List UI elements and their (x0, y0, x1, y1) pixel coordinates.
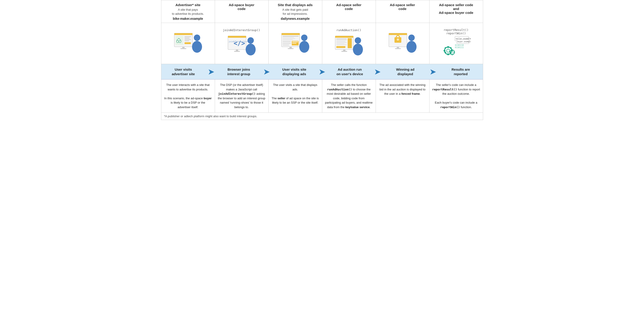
svg-rect-46 (336, 42, 347, 43)
arrow-cell-4: Ad auction runon user's device (328, 64, 372, 79)
header-cell-seller-code-1: Ad-space sellercode (322, 0, 376, 23)
buyer-code-illustration: </> joinAdInterestGroup() (227, 34, 256, 58)
header-row: Advertiser* site A site that paysto adve… (161, 0, 483, 23)
arrow-cell-1: User visitsadvertiser site (161, 64, 206, 79)
svg-rect-33 (283, 41, 291, 42)
svg-point-70 (446, 49, 450, 52)
seller-code-1-illustration (334, 34, 364, 58)
header-title-publisher: Site that displays ads (271, 3, 320, 7)
svg-rect-43 (336, 38, 347, 39)
svg-rect-51 (341, 51, 347, 52)
svg-rect-7 (184, 36, 191, 37)
svg-point-62 (406, 41, 416, 53)
arrow-between-4: ➤ (372, 64, 383, 79)
svg-rect-48 (336, 44, 347, 45)
svg-rect-31 (292, 41, 298, 42)
svg-rect-44 (336, 40, 347, 40)
diagram-container: Advertiser* site A site that paysto adve… (161, 0, 483, 120)
arrow-text-1: User visitsadvertiser site (172, 67, 195, 76)
arrow-cell-3: User visits sitedisplaying ads (272, 64, 316, 79)
svg-rect-82 (452, 54, 453, 55)
svg-rect-25 (282, 33, 300, 35)
header-domain-publisher: dailynews.example (271, 17, 320, 20)
header-cell-publisher: Site that displays ads A site that gets … (268, 0, 322, 23)
arrow-icon-2: ➤ (263, 68, 270, 76)
arrow-icon-4: ➤ (374, 68, 381, 76)
svg-rect-72 (448, 54, 449, 55)
svg-point-38 (301, 34, 308, 41)
svg-point-15 (192, 41, 202, 53)
arrow-text-5: Winning addisplayed (396, 67, 414, 76)
header-cell-seller-buyer-code: Ad-space seller codeandAd-space buyer co… (430, 0, 483, 23)
seller-buyer-code-illustration: seller.example buyer.example 01101110 01… (441, 36, 471, 58)
illus-cell-seller-code-2 (376, 23, 430, 64)
svg-rect-55 (389, 33, 407, 35)
arrow-between-3: ➤ (316, 64, 328, 79)
svg-rect-71 (448, 46, 449, 48)
svg-rect-35 (283, 44, 289, 46)
arrow-between-2: ➤ (261, 64, 272, 79)
svg-rect-10 (184, 40, 189, 41)
desc-cell-4: The seller calls the function runAdAucti… (322, 80, 376, 112)
svg-text:01101110: 01101110 (455, 44, 464, 46)
svg-rect-47 (336, 44, 344, 44)
arrow-text-3: User visits sitedisplaying ads (282, 67, 306, 76)
arrow-between-1: ➤ (206, 64, 217, 79)
header-title-seller-buyer-code: Ad-space seller codeandAd-space buyer co… (432, 3, 480, 14)
footer-text: *A publisher or adtech platform might al… (164, 114, 257, 118)
desc-cell-5: The ad associated with the winning bid i… (376, 80, 430, 112)
header-title-advertiser: Advertiser* site (164, 3, 212, 7)
code-label-join-ad-interest-group: joinAdInterestGroup() (223, 28, 260, 32)
code-label-run-ad-auction: runAdAuction() (336, 28, 361, 32)
desc-cell-6: The seller's code can include a reportRe… (430, 80, 483, 112)
arrow-cell-5: Winning addisplayed (383, 64, 427, 79)
svg-point-52 (355, 37, 361, 44)
svg-rect-41 (335, 36, 353, 38)
svg-rect-60 (395, 48, 401, 49)
svg-rect-27 (283, 37, 294, 38)
header-domain-advertiser: bike-maker.example (164, 17, 212, 20)
seller-code-2-illustration (388, 31, 417, 56)
svg-rect-17 (228, 36, 246, 38)
svg-rect-45 (336, 41, 346, 42)
arrow-icon-5: ➤ (430, 68, 436, 76)
svg-rect-49 (336, 46, 346, 48)
svg-rect-42 (348, 38, 352, 48)
header-sub-publisher: A site that gets paidfor ad impressions. (271, 8, 320, 16)
svg-rect-37 (288, 48, 294, 49)
svg-rect-28 (283, 38, 295, 39)
header-sub-advertiser: A site that paysto advertise its product… (164, 8, 212, 16)
illus-cell-seller-buyer-code: reportResult()reportWin() seller.example… (430, 23, 483, 64)
illus-cell-publisher (268, 23, 322, 64)
illustration-row: joinAdInterestGroup() </> joinAdInterest… (161, 23, 483, 64)
arrow-row: User visitsadvertiser site ➤ Browser joi… (161, 64, 483, 80)
header-title-seller-code-1: Ad-space sellercode (324, 3, 373, 11)
arrow-text-4: Ad auction runon user's device (336, 67, 363, 76)
svg-rect-21 (234, 51, 240, 52)
header-title-seller-code-2: Ad-space sellercode (378, 3, 427, 11)
arrow-between-5: ➤ (427, 64, 438, 79)
svg-rect-11 (184, 42, 191, 44)
svg-rect-84 (454, 52, 455, 53)
code-label-report: reportResult()reportWin() (444, 28, 468, 35)
description-row: The user interacts with a site that want… (161, 80, 483, 113)
arrow-icon-1: ➤ (208, 68, 214, 76)
arrow-text-2: Browser joinsinterest group (227, 67, 250, 76)
svg-point-39 (299, 41, 309, 53)
svg-rect-50 (343, 50, 346, 51)
arrow-text-6: Results arereported (452, 67, 470, 76)
svg-point-61 (408, 34, 415, 41)
svg-rect-20 (236, 50, 238, 51)
svg-point-22 (248, 37, 254, 44)
footer-note: *A publisher or adtech platform might al… (161, 113, 483, 120)
svg-rect-36 (290, 47, 292, 48)
svg-rect-34 (283, 43, 291, 44)
svg-text:buyer.example: buyer.example (458, 41, 471, 43)
desc-cell-3: The user visits a site that displays ads… (268, 80, 322, 112)
svg-point-14 (194, 34, 200, 41)
svg-rect-1 (174, 33, 192, 35)
advertiser-illustration (173, 31, 203, 56)
desc-cell-1: The user interacts with a site that want… (161, 80, 215, 112)
svg-rect-12 (182, 47, 184, 48)
svg-rect-9 (184, 39, 191, 40)
